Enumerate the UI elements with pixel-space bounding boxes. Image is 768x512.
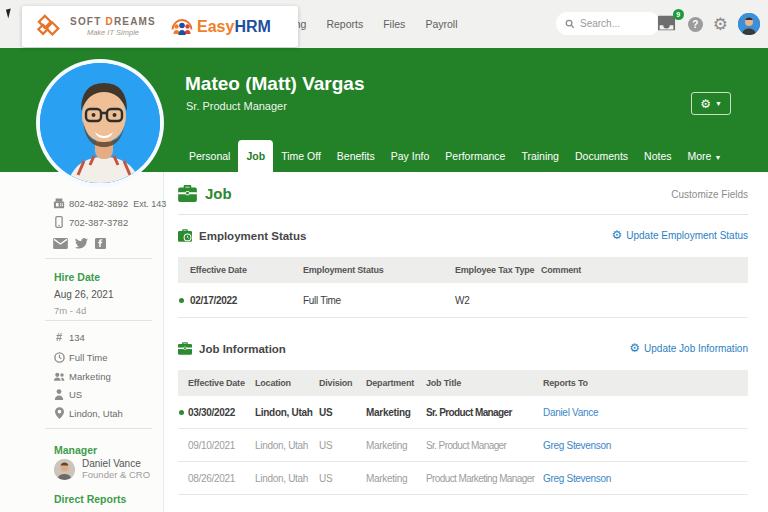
mobile-phone-row: 702-387-3782: [53, 216, 128, 228]
current-indicator: [179, 410, 184, 415]
gear-icon: ⚙: [713, 15, 728, 34]
employee-photo[interactable]: [36, 59, 164, 187]
hash-icon: #: [53, 331, 65, 343]
nav-item-files[interactable]: Files: [383, 18, 405, 30]
manager-title: Founder & CRO: [82, 469, 150, 480]
phone-extension: Ext. 143: [133, 199, 166, 209]
hire-date-value: Aug 26, 2021: [54, 289, 114, 300]
sidebar-divider: [45, 258, 152, 259]
search-input[interactable]: Search...: [556, 12, 660, 35]
user-avatar[interactable]: [738, 13, 760, 35]
easyhrm-icon: [170, 15, 194, 39]
settings-gear-button[interactable]: ⚙: [713, 16, 728, 33]
inbox-button[interactable]: 9: [656, 14, 680, 34]
employment-type-row: Full Time: [53, 352, 108, 363]
office-phone: 802-482-3892: [69, 198, 128, 209]
employment-status-row[interactable]: 02/17/2022 Full Time W2: [178, 283, 748, 318]
job-section-title: Job: [178, 185, 232, 202]
briefcase-icon: [178, 342, 192, 355]
search-placeholder: Search...: [580, 18, 620, 29]
clock-icon: [53, 352, 65, 363]
employee-job-title: Sr. Product Manager: [186, 100, 287, 112]
employment-status-title: Employment Status: [178, 229, 306, 242]
employment-type: Full Time: [69, 352, 108, 363]
profile-settings-button[interactable]: ⚙ ▼: [691, 92, 731, 115]
customize-fields-link[interactable]: Customize Fields: [671, 189, 748, 200]
department-row: Marketing: [53, 371, 111, 382]
tab-job[interactable]: Job: [238, 140, 273, 172]
job-information-row[interactable]: 03/30/2022 Lindon, Utah US Marketing Sr.…: [178, 396, 748, 429]
topbar-icons: 9 ? ⚙: [656, 0, 760, 48]
location: Lindon, Utah: [69, 408, 123, 419]
update-job-information-link[interactable]: ⚙ Update Job Information: [629, 342, 748, 354]
mouse-cursor: [6, 9, 13, 19]
inbox-badge: 9: [673, 9, 684, 20]
gear-icon: ⚙: [700, 98, 711, 110]
direct-reports-label: Direct Reports: [54, 493, 126, 505]
tab-notes[interactable]: Notes: [636, 140, 679, 172]
nav-item-payroll[interactable]: Payroll: [425, 18, 457, 30]
facebook-icon[interactable]: [95, 238, 106, 249]
soft-dreams-logo: SOFT DREAMS Make IT Simple: [36, 13, 156, 41]
tab-training[interactable]: Training: [513, 140, 567, 172]
employment-status-table-header: Effective Date Employment Status Employe…: [178, 257, 748, 283]
help-button[interactable]: ?: [688, 17, 703, 32]
sidebar-divider: [45, 320, 152, 321]
tab-documents[interactable]: Documents: [567, 140, 636, 172]
job-information-row[interactable]: 08/26/2021 Lindon, Utah US Marketing Pro…: [178, 462, 748, 495]
location-row: Lindon, Utah: [53, 407, 123, 419]
search-icon: [565, 19, 575, 29]
easyhrm-name: EasyHRM: [197, 18, 271, 36]
chevron-down-icon: ▼: [715, 100, 722, 107]
sidebar-divider: [45, 428, 152, 429]
division-row: US: [53, 389, 82, 400]
office-phone-row: 802-482-3892 Ext. 143: [53, 198, 166, 209]
people-icon: [53, 372, 65, 382]
tab-more[interactable]: More▼: [680, 140, 730, 172]
gear-icon: ⚙: [612, 229, 623, 241]
reports-to-link[interactable]: Greg Stevenson: [543, 473, 748, 484]
soft-dreams-name: SOFT DREAMS: [70, 16, 156, 27]
update-employment-status-link[interactable]: ⚙ Update Employment Status: [612, 229, 749, 241]
tab-personal[interactable]: Personal: [181, 140, 238, 172]
manager-name[interactable]: Daniel Vance: [82, 458, 150, 469]
tab-pay-info[interactable]: Pay Info: [383, 140, 438, 172]
chevron-down-icon: ▼: [714, 154, 721, 161]
briefcase-icon: [178, 185, 197, 202]
current-indicator: [179, 298, 184, 303]
mobile-phone: 702-387-3782: [69, 217, 128, 228]
division: US: [69, 389, 82, 400]
reports-to-link[interactable]: Daniel Vance: [543, 407, 748, 418]
tab-benefits[interactable]: Benefits: [329, 140, 383, 172]
employee-id: 134: [69, 332, 85, 343]
main-nav: Hiring Reports Files Payroll: [279, 0, 457, 48]
desk-phone-icon: [53, 198, 65, 209]
easyhrm-logo: EasyHRM: [170, 15, 271, 39]
question-icon: ?: [692, 19, 698, 30]
employee-id-row: # 134: [53, 331, 85, 343]
reports-to-link[interactable]: Greg Stevenson: [543, 440, 748, 451]
manager-label: Manager: [54, 444, 97, 456]
logo-box: SOFT DREAMS Make IT Simple EasyHRM: [22, 6, 298, 47]
topbar: Hiring Reports Files Payroll SOFT DREAMS…: [0, 0, 768, 48]
tab-time-off[interactable]: Time Off: [273, 140, 329, 172]
job-tab-content: Job Customize Fields Employment Status ⚙…: [178, 172, 748, 495]
mobile-phone-icon: [53, 216, 65, 228]
soft-dreams-tagline: Make IT Simple: [70, 28, 156, 37]
tab-performance[interactable]: Performance: [437, 140, 513, 172]
employee-sidebar: 802-482-3892 Ext. 143 702-387-3782 Hire …: [0, 172, 164, 512]
department: Marketing: [69, 371, 111, 382]
gear-icon: ⚙: [629, 342, 640, 354]
pin-icon: [53, 407, 65, 419]
job-information-table-header: Effective Date Location Division Departm…: [178, 370, 748, 396]
manager-row: Daniel Vance Founder & CRO: [54, 458, 150, 480]
nav-item-reports[interactable]: Reports: [326, 18, 363, 30]
easyhrm-app: Hiring Reports Files Payroll SOFT DREAMS…: [0, 0, 768, 512]
employee-name: Mateo (Matt) Vargas: [185, 73, 364, 95]
briefcase-clock-icon: [178, 229, 192, 242]
job-information-title: Job Information: [178, 342, 286, 355]
job-information-row[interactable]: 09/10/2021 Lindon, Utah US Marketing Sr.…: [178, 429, 748, 462]
twitter-icon[interactable]: [75, 238, 88, 249]
email-icon[interactable]: [53, 238, 68, 249]
manager-avatar[interactable]: [54, 459, 75, 480]
